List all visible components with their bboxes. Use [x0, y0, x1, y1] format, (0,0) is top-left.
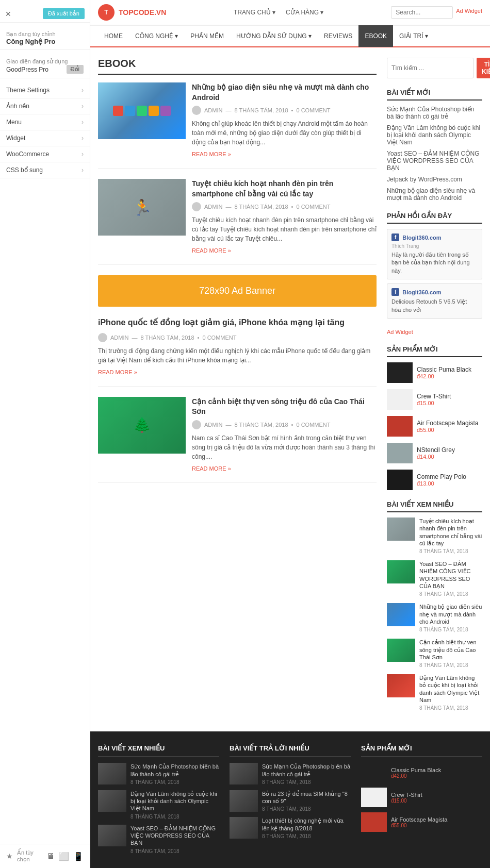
nav-link-home[interactable]: TRANG CHỦ ▾ [234, 9, 275, 16]
product-img-3 [387, 416, 413, 437]
sidebar-menu: Theme Settings›Ảnh nền›Menu›Widget›WooCo… [0, 82, 90, 178]
sidebar-item-theme-settings[interactable]: Theme Settings› [0, 82, 90, 98]
site-title: TOPCODE.VN [119, 8, 166, 16]
nav-link-shop[interactable]: CỬA HÀNG ▾ [286, 9, 323, 16]
mobile-icon[interactable]: 📱 [73, 852, 84, 861]
product-name-4[interactable]: NStencil Grey [417, 446, 455, 454]
article-card-2: 🏃 Tuyệt chiêu kích hoạt nhanh đèn pin tr… [98, 179, 377, 265]
chevron-right-icon: › [81, 166, 84, 174]
tablet-icon[interactable]: ⬜ [59, 852, 69, 861]
nav-item-ebook[interactable]: EBOOK [358, 25, 393, 47]
author-name-1: ADMIN [204, 107, 222, 113]
product-name-5[interactable]: Comme Play Polo [417, 473, 466, 480]
nav-item-phan-mem[interactable]: PHẦN MỀM [184, 25, 230, 47]
footer-reply-post-1[interactable]: Sức Mạnh Của Photoshop biến bà lão thành… [262, 763, 351, 778]
article-date-2: 8 THÁNG TÁM, 2018 [234, 204, 288, 210]
popular-post-img-3 [387, 603, 415, 626]
product-info-4: NStencil Grey đ14.00 [417, 446, 455, 460]
article-title-3[interactable]: Cận cảnh biệt thự ven sông triệu đô của … [192, 397, 377, 417]
sidebar-item-css-bo-sung[interactable]: CSS bổ sung› [0, 162, 90, 178]
product-name-2[interactable]: Crew T-Shirt [417, 393, 451, 400]
footer-popular-col: BÀI VIẾT XEM NHIỀU Sức Mạnh Của Photosho… [98, 744, 219, 859]
featured-read-more[interactable]: READ MORE » [98, 369, 137, 375]
recent-post-2[interactable]: Đặng Văn Lâm không bỏ cuộc khi bị loại k… [387, 124, 482, 146]
footer-popular-post-1[interactable]: Sức Mạnh Của Photoshop biến bà lão thành… [130, 763, 219, 778]
separator-4: • [291, 204, 293, 210]
footer-product-info-1: Classic Puma Black đ42.00 [391, 767, 441, 779]
footer-reply-post-3[interactable]: Loạt thiết bị công nghệ mới vừa lên kệ t… [262, 817, 351, 832]
recent-post-5[interactable]: Những bộ giao diện siêu nhẹ và mượt mà d… [387, 187, 482, 202]
sidebar-item-widget[interactable]: Widget› [0, 130, 90, 146]
article-title-1[interactable]: Những bộ giao diện siêu nhẹ và mượt mà d… [192, 82, 377, 103]
right-sidebar: TÌM KIẾM BÀI VIẾT MỚI Sức Mạnh Của Photo… [387, 58, 482, 721]
edit-theme-button[interactable]: Đổi [67, 65, 84, 74]
nav-item-home[interactable]: HOME [98, 25, 129, 47]
nav-item-giai-tri[interactable]: GIẢI TRÍ ▾ [393, 25, 434, 47]
footer-popular-img-2 [98, 790, 126, 812]
footer-product-name-1[interactable]: Classic Puma Black [391, 767, 441, 773]
search-button[interactable]: TÌM KIẾM [477, 58, 490, 78]
search-input[interactable] [387, 58, 473, 78]
top-search-input[interactable] [391, 6, 453, 19]
footer-reply-post-2[interactable]: Bỏ ra 23 tỷ để mua SIM khủng "8 con số 9… [262, 790, 351, 805]
product-price-2: đ15.00 [417, 400, 451, 406]
footer-popular-post-2[interactable]: Đặng Văn Lâm không bỏ cuộc khi bị loại k… [130, 790, 219, 812]
footer-popular-date-3: 8 THÁNG TÁM, 2018 [130, 848, 219, 854]
popular-post-img-4 [387, 639, 415, 662]
footer-popular-3: Yoast SEO – ĐẢM NHIỆM CÔNG VIỆC WORDPRES… [98, 825, 219, 854]
recent-post-1[interactable]: Sức Mạnh Của Photoshop biến bà lão thành… [387, 106, 482, 120]
footer-popular-2: Đặng Văn Lâm không bỏ cuộc khi bị loại k… [98, 790, 219, 820]
product-name-3[interactable]: Air Footscape Magista [417, 420, 478, 427]
footer-cols: BÀI VIẾT XEM NHIỀU Sức Mạnh Của Photosho… [98, 744, 482, 859]
featured-author: ADMIN [110, 335, 128, 341]
nav-item-huong-dan[interactable]: HƯỚNG DẪN SỬ DỤNG ▾ [230, 25, 318, 47]
recent-post-4[interactable]: Jetpack by WordPress.com [387, 176, 482, 183]
popular-post-title-4[interactable]: Cận cảnh biệt thự ven sông triệu đô của … [419, 639, 482, 661]
footer-reply-date-2: 8 THÁNG TÁM, 2018 [262, 806, 351, 812]
publish-button[interactable]: Đã xuất bản [43, 8, 85, 19]
nav-item-reviews[interactable]: REVIEWS [318, 25, 358, 47]
product-5: Comme Play Polo đ13.00 [387, 470, 482, 490]
sidebar-item-woocommerce[interactable]: WooCommerce› [0, 146, 90, 162]
product-name-1[interactable]: Classic Puma Black [417, 366, 471, 373]
comments-widget: PHẢN HỒI GẦN ĐÂY f Blogit360.com Thích T… [387, 212, 482, 319]
featured-meta: ADMIN — 8 THÁNG TÁM, 2018 • 0 COMMENT [98, 333, 377, 342]
article-excerpt-3: Nam ca sĩ Cao Thái Sơn bật mí hình ảnh t… [192, 433, 377, 461]
ad-widget: Ad Widget [387, 329, 482, 335]
footer-product-price-3: đ55.00 [391, 823, 447, 828]
footer-reply-img-3 [230, 817, 258, 839]
popular-post-title-2[interactable]: Yoast SEO – ĐẢM NHIỆM CÔNG VIỆC WORDPRES… [419, 560, 482, 590]
popular-post-img-2 [387, 560, 415, 583]
footer-product-name-3[interactable]: Air Footscape Magista [391, 816, 447, 823]
nav-item-cong-nghe[interactable]: CÔNG NGHỆ ▾ [129, 25, 184, 47]
footer-product-info-2: Crew T-Shirt đ15.00 [391, 792, 422, 804]
separator-3: — [225, 204, 231, 210]
sidebar-item-menu[interactable]: Menu› [0, 114, 90, 130]
article-body-2: Tuyệt chiêu kích hoạt nhanh đèn pin trên… [192, 179, 377, 254]
recent-posts-widget: BÀI VIẾT MỚI Sức Mạnh Của Photoshop biến… [387, 89, 482, 202]
sidebar-item-anh-nen[interactable]: Ảnh nền› [0, 98, 90, 114]
recent-post-3[interactable]: Yoast SEO – ĐẢM NHIỆM CÔNG VIỆC WORDPRES… [387, 150, 482, 172]
footer-products-title: SẢN PHẨM MỚI [361, 744, 482, 757]
popular-post-title-1[interactable]: Tuyệt chiêu kích hoạt nhanh đèn pin trên… [419, 518, 482, 547]
popular-post-title-5[interactable]: Đặng Văn Lâm không bỏ cuộc khi bị loại k… [419, 674, 482, 704]
chevron-right-icon: › [81, 151, 84, 158]
comments-title: PHẢN HỒI GẦN ĐÂY [387, 212, 482, 224]
user-label: Bạn đang tùy chỉnh [6, 31, 84, 38]
sidebar-theme-section: Giao diện đang sử dụng GoodPress Pro Đổi [0, 54, 90, 78]
product-price-1: đ42.00 [417, 373, 471, 379]
read-more-1[interactable]: READ MORE » [192, 151, 231, 157]
popular-post-title-3[interactable]: Những bộ giao diện siêu nhẹ và mượt mà d… [419, 603, 482, 625]
article-img-1 [98, 82, 186, 158]
close-icon[interactable]: ✕ [5, 10, 11, 18]
fb-subtext: Thích Trang [391, 243, 478, 249]
featured-avatar [98, 333, 107, 342]
footer-product-name-2[interactable]: Crew T-Shirt [391, 792, 422, 798]
article-title-2[interactable]: Tuyệt chiêu kích hoạt nhanh đèn pin trên… [192, 179, 377, 199]
desktop-icon[interactable]: 🖥 [46, 852, 55, 861]
footer-reply-img-1 [230, 763, 258, 784]
featured-title[interactable]: iPhone quốc tế đồng loạt giảm giá, iPhon… [98, 317, 377, 328]
read-more-3[interactable]: READ MORE » [192, 465, 231, 472]
read-more-2[interactable]: READ MORE » [192, 247, 231, 254]
footer-popular-post-3[interactable]: Yoast SEO – ĐẢM NHIỆM CÔNG VIỆC WORDPRES… [130, 825, 219, 847]
